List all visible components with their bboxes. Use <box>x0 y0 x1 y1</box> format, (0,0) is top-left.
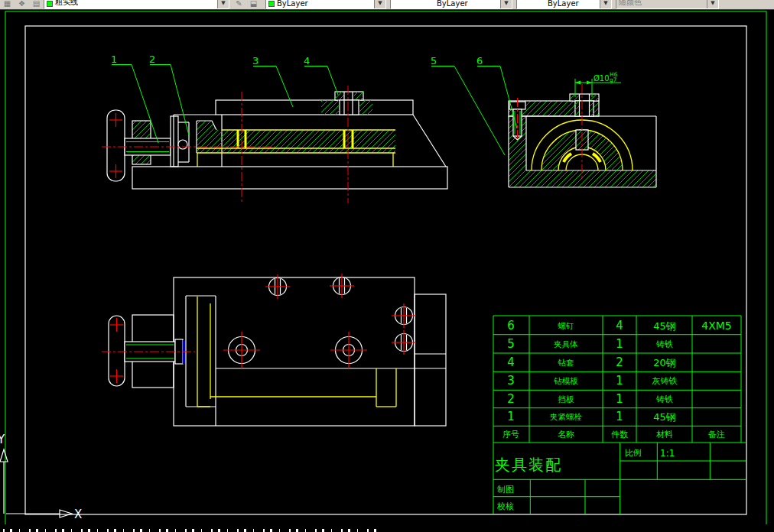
svg-text:挡板: 挡板 <box>558 394 575 404</box>
bushing-plan <box>330 332 367 368</box>
bom-row: 4 钻套 2 20钢 <box>507 355 676 369</box>
side-section-view <box>509 84 656 187</box>
svg-text:4: 4 <box>507 355 515 369</box>
chevron-down-icon[interactable]: ▼ <box>374 0 385 8</box>
checked-by-label: 校核 <box>496 501 514 511</box>
bushing-plan <box>223 332 260 368</box>
bom-row: 5 夹具体 1 铸铁 <box>507 337 673 351</box>
svg-text:6: 6 <box>507 319 515 332</box>
top-toolbar: ▦ ❖ ▤ 粗实线 ▼ ✎ ⬓ ByLayer ▼ ByLayer ▼ ByLa… <box>0 0 774 10</box>
chevron-down-icon: ▼ <box>707 0 718 8</box>
chevron-down-icon[interactable]: ▼ <box>217 0 229 8</box>
screw-head-plan <box>265 274 290 299</box>
svg-text:螺钉: 螺钉 <box>558 321 574 330</box>
svg-text:1: 1 <box>616 374 623 388</box>
svg-text:铸铁: 铸铁 <box>656 394 673 404</box>
svg-text:1: 1 <box>507 410 515 423</box>
svg-text:序号: 序号 <box>502 430 519 440</box>
lineweight-dropdown[interactable]: ByLayer ▼ <box>516 0 612 9</box>
svg-text:灰铸铁: 灰铸铁 <box>652 376 678 386</box>
color-dropdown[interactable]: ByLayer ▼ <box>265 0 386 9</box>
title-block: 夹具装配 比例 1:1 制图 校核 <box>493 443 746 514</box>
svg-text:3: 3 <box>507 374 515 388</box>
screw-head-plan <box>392 303 416 328</box>
drill-plate-front <box>216 100 413 115</box>
callout-4: 4 <box>304 55 310 66</box>
dim-fit-lower: g7 <box>610 76 617 83</box>
cad-drawing-canvas[interactable]: 1 2 3 4 5 6 Ø10 H6 g7 <box>0 10 774 524</box>
svg-text:4: 4 <box>616 319 623 332</box>
layer-manager-icon[interactable]: ▦ <box>2 0 13 9</box>
svg-text:2: 2 <box>616 355 623 369</box>
bom-header-row: 序号 名称 件数 材料 备注 <box>502 430 725 440</box>
svg-text:材料: 材料 <box>656 430 673 440</box>
front-section-view <box>102 86 447 203</box>
svg-text:钻套: 钻套 <box>558 358 575 367</box>
layer-list-icon[interactable]: ▤ <box>31 0 42 9</box>
scale-value: 1:1 <box>660 448 675 459</box>
svg-text:2: 2 <box>507 392 515 406</box>
layer-states-icon[interactable]: ❖ <box>16 0 28 9</box>
layer-dropdown[interactable]: 粗实线 ▼ <box>44 0 229 9</box>
layer-previous-icon[interactable]: ⬓ <box>248 0 259 9</box>
linetype-value: ByLayer <box>437 0 468 8</box>
scale-label: 比例 <box>625 448 642 458</box>
callout-6: 6 <box>476 55 483 66</box>
chevron-down-icon[interactable]: ▼ <box>600 0 611 8</box>
callout-5: 5 <box>431 55 437 66</box>
callout-1: 1 <box>111 54 117 65</box>
svg-text:1: 1 <box>616 337 623 351</box>
plan-view <box>102 274 446 426</box>
svg-text:1: 1 <box>616 392 623 406</box>
plotstyle-value: 随颜色 <box>619 0 642 8</box>
bom-row: 2 挡板 1 铸铁 <box>507 392 673 406</box>
svg-text:件数: 件数 <box>611 430 628 440</box>
screw-head-plan <box>392 330 416 355</box>
fixture-body-plan <box>174 277 415 426</box>
svg-text:夹紧螺栓: 夹紧螺栓 <box>550 412 583 421</box>
linetype-dropdown[interactable]: ByLayer ▼ <box>390 0 512 9</box>
ucs-y-label: Y <box>0 433 5 446</box>
bom-row: 6 螺钉 4 45钢 4XM5 <box>507 319 732 332</box>
color-swatch <box>268 1 275 7</box>
chevron-down-icon[interactable]: ▼ <box>500 0 512 8</box>
layer-name: 粗实线 <box>55 0 78 8</box>
callout-3: 3 <box>252 55 259 66</box>
bom-row: 1 夹紧螺栓 1 45钢 <box>507 410 676 423</box>
drawn-by-label: 制图 <box>497 485 514 495</box>
clipped-command-text <box>3 529 378 532</box>
svg-text:铸铁: 铸铁 <box>656 339 673 349</box>
ucs-x-label: X <box>74 508 82 521</box>
baffle-plate-front <box>171 116 178 167</box>
svg-text:夹具体: 夹具体 <box>554 339 578 349</box>
svg-text:1: 1 <box>616 410 623 423</box>
color-value: ByLayer <box>277 0 308 8</box>
sheet-borders <box>5 11 766 524</box>
svg-text:20钢: 20钢 <box>653 357 676 368</box>
svg-text:5: 5 <box>507 337 515 351</box>
svg-text:4XM5: 4XM5 <box>701 320 731 332</box>
command-line-bar[interactable] <box>0 524 774 532</box>
drawing-title: 夹具装配 <box>495 456 562 474</box>
lineweight-value: ByLayer <box>548 0 579 8</box>
dim-text: Ø10 <box>594 74 610 83</box>
svg-text:名称: 名称 <box>558 430 574 440</box>
svg-text:45钢: 45钢 <box>653 320 676 332</box>
ucs-icon: X Y <box>0 433 82 521</box>
make-layer-current-icon[interactable]: ✎ <box>233 0 245 9</box>
callout-2: 2 <box>149 54 155 65</box>
svg-text:备注: 备注 <box>708 430 725 440</box>
plotstyle-dropdown: 随颜色 ▼ <box>616 0 719 9</box>
fixture-base-front <box>132 167 447 189</box>
bom-row: 3 钻模板 1 灰铸铁 <box>507 374 677 388</box>
svg-text:45钢: 45钢 <box>653 411 676 423</box>
svg-text:钻模板: 钻模板 <box>553 376 578 385</box>
layer-color-swatch <box>47 1 53 7</box>
